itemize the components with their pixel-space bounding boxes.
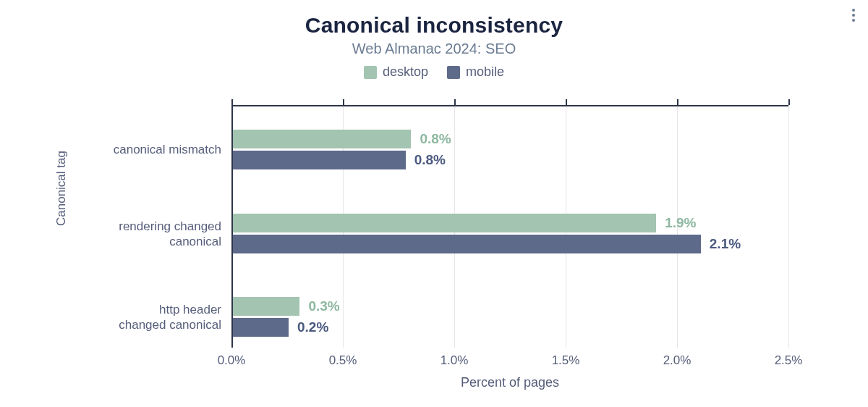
x-tick-label: 0.5%	[329, 353, 357, 368]
legend-swatch-mobile	[447, 66, 460, 79]
bar-value-mobile: 0.2%	[297, 319, 328, 335]
chart-container: Canonical inconsistency Web Almanac 2024…	[0, 0, 868, 407]
chart-title: Canonical inconsistency	[0, 13, 868, 38]
x-tick-label: 1.5%	[552, 353, 580, 368]
gridline	[788, 105, 789, 348]
x-tick	[231, 99, 233, 105]
x-tick-label: 2.0%	[663, 353, 692, 368]
legend-item-mobile[interactable]: mobile	[447, 64, 504, 80]
plot-area: 0.0% 0.5% 1.0% 1.5% 2.0% 2.5% Percent of…	[231, 105, 788, 348]
bar-desktop	[233, 297, 299, 316]
category-label: http header changed canonical http heade…	[87, 302, 231, 333]
x-axis-label: Percent of pages	[461, 375, 559, 390]
bar-mobile	[233, 318, 289, 337]
legend: desktop mobile	[0, 64, 868, 80]
x-tick	[343, 99, 344, 105]
x-tick	[677, 99, 678, 105]
bar-value-desktop: 1.9%	[665, 215, 696, 231]
x-axis-line	[231, 105, 788, 106]
legend-swatch-desktop	[364, 66, 377, 79]
legend-label-mobile: mobile	[466, 64, 504, 80]
bar-mobile	[233, 235, 701, 253]
bar-value-desktop: 0.3%	[308, 298, 339, 314]
bar-value-mobile: 0.8%	[414, 152, 446, 168]
bar-value-mobile: 2.1%	[710, 236, 741, 252]
x-tick	[566, 99, 567, 105]
x-tick	[788, 99, 790, 105]
bar-value-desktop: 0.8%	[420, 131, 451, 147]
x-tick-label: 1.0%	[441, 353, 469, 368]
legend-item-desktop[interactable]: desktop	[364, 64, 428, 80]
x-tick-label: 2.5%	[775, 353, 803, 368]
category-label: canonical mismatch	[87, 142, 231, 157]
bar-mobile	[233, 151, 406, 169]
y-axis-label: Canonical tag	[54, 151, 69, 226]
x-tick	[454, 99, 456, 105]
bar-desktop	[233, 130, 411, 148]
bar-desktop	[233, 214, 656, 232]
x-tick-label: 0.0%	[218, 353, 246, 368]
chart-subtitle: Web Almanac 2024: SEO	[0, 41, 868, 57]
legend-label-desktop: desktop	[383, 64, 428, 80]
category-label: rendering changed canonical rendering ch…	[87, 219, 231, 250]
